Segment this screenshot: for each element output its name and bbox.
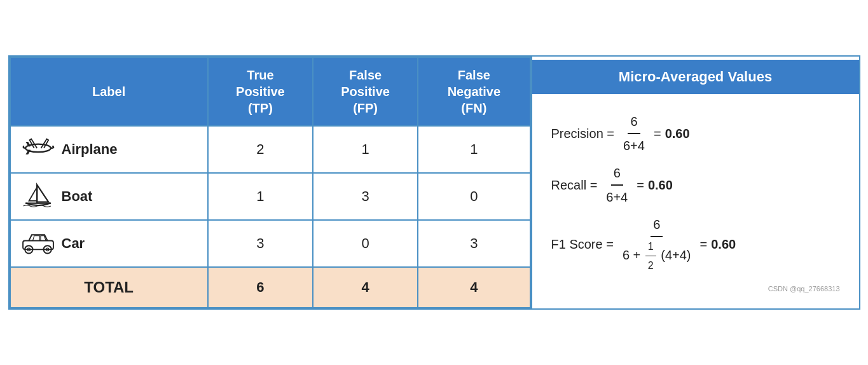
airplane-label: Airplane: [62, 141, 118, 158]
boat-fn: 0: [418, 173, 530, 220]
recall-label: Recall =: [551, 175, 598, 195]
airplane-fn: 1: [418, 126, 530, 173]
total-fp: 4: [313, 267, 418, 308]
boat-label: Boat: [62, 188, 93, 205]
table-row: Boat 1 3 0: [10, 173, 530, 220]
total-label-cell: TOTAL: [10, 267, 208, 308]
header-fn: FalseNegative(FN): [418, 57, 530, 126]
f1-formula: F1 Score = 6 6 + 1 2 (4+4) = 0.60: [551, 214, 840, 274]
total-label: TOTAL: [84, 279, 134, 296]
total-row: TOTAL 6 4 4: [10, 267, 530, 308]
airplane-icon: [21, 133, 55, 166]
car-fp: 0: [313, 220, 418, 267]
precision-label: Precision =: [551, 123, 615, 144]
recall-result: 0.60: [648, 175, 673, 195]
label-cell-airplane: Airplane: [10, 126, 208, 173]
recall-fraction: 6 6+4: [603, 163, 630, 207]
micro-header: Micro-Averaged Values: [532, 60, 859, 94]
table-row: Airplane 2 1 1: [10, 126, 530, 173]
label-cell-car: Car: [10, 220, 208, 267]
boat-tp: 1: [208, 173, 313, 220]
f1-result: 0.60: [711, 234, 736, 254]
boat-fp: 3: [313, 173, 418, 220]
main-container: Label TruePositiveTrue Positive (TP)(TP)…: [8, 55, 860, 310]
header-label: Label: [10, 57, 208, 126]
car-tp: 3: [208, 220, 313, 267]
micro-averaged-panel: Micro-Averaged Values Precision = 6 6+4 …: [531, 57, 859, 308]
airplane-tp: 2: [208, 126, 313, 173]
header-fp: FalsePositive(FP): [313, 57, 418, 126]
precision-fraction: 6 6+4: [621, 111, 647, 156]
car-icon: [21, 227, 55, 260]
total-tp: 6: [208, 267, 313, 308]
precision-formula: Precision = 6 6+4 = 0.60: [551, 111, 840, 156]
header-tp: TruePositiveTrue Positive (TP)(TP): [208, 57, 313, 126]
recall-formula: Recall = 6 6+4 = 0.60: [551, 163, 840, 207]
precision-result: 0.60: [665, 123, 690, 144]
car-fn: 3: [418, 220, 530, 267]
table-row: Car 3 0 3: [10, 220, 530, 267]
label-cell-boat: Boat: [10, 173, 208, 220]
watermark: CSDN @qq_27668313: [551, 285, 840, 293]
car-label: Car: [62, 235, 85, 252]
f1-label: F1 Score =: [551, 234, 614, 254]
metrics-table: Label TruePositiveTrue Positive (TP)(TP)…: [10, 57, 531, 308]
svg-rect-3: [23, 240, 53, 249]
boat-icon: [21, 180, 55, 213]
f1-fraction: 6 6 + 1 2 (4+4): [620, 214, 694, 274]
airplane-fp: 1: [313, 126, 418, 173]
total-fn: 4: [418, 267, 530, 308]
